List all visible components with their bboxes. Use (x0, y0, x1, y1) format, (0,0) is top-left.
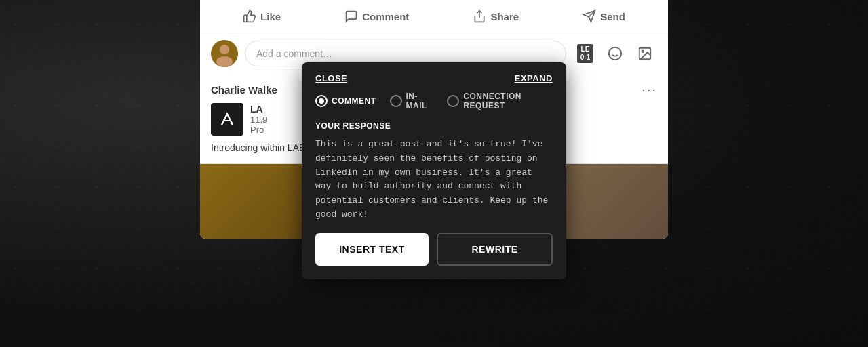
response-text: This is a great post and it's so true! I… (315, 138, 553, 222)
send-button[interactable]: Send (572, 3, 636, 30)
panel-buttons: INSERT TEXT REWRITE (302, 233, 566, 279)
response-section: YOUR RESPONSE This is a great post and i… (302, 121, 566, 233)
tab-connection[interactable]: CONNECTION REQUEST (447, 91, 553, 110)
like-icon (243, 9, 256, 23)
radio-tabs: COMMENT IN-MAIL CONNECTION REQUEST (302, 91, 566, 121)
radio-connection-circle (447, 95, 459, 107)
comment-icons: LE 0-1 (573, 41, 657, 66)
svg-point-3 (216, 56, 233, 67)
emoji-icon (608, 46, 623, 61)
like-button[interactable]: Like (232, 3, 292, 30)
tab-inmail[interactable]: IN-MAIL (390, 91, 434, 110)
share-button[interactable]: Share (462, 3, 530, 30)
comment-label: Comment (362, 11, 409, 22)
image-icon (637, 46, 652, 61)
tab-comment[interactable]: COMMENT (315, 91, 376, 110)
company-name: LA (250, 104, 267, 115)
user-avatar (211, 40, 238, 67)
send-label: Send (600, 11, 625, 22)
company-followers: 11,9 (250, 115, 267, 125)
panel-top-bar: CLOSE EXPAND (302, 62, 566, 91)
tab-connection-label: CONNECTION REQUEST (463, 91, 553, 110)
expand-link[interactable]: EXPAND (515, 73, 553, 83)
action-bar: Like Comment Share Send (200, 0, 668, 33)
emoji-button[interactable] (603, 41, 627, 66)
insert-text-button[interactable]: INSERT TEXT (315, 233, 429, 266)
image-button[interactable] (633, 41, 657, 66)
comment-icon (344, 9, 358, 23)
radio-inmail-circle (390, 95, 402, 107)
company-info: LA 11,9 Pro (250, 104, 267, 135)
post-author-name: Charlie Walke (211, 84, 277, 96)
response-label: YOUR RESPONSE (315, 121, 553, 131)
tab-comment-label: COMMENT (332, 96, 376, 106)
close-link[interactable]: CLOSE (315, 73, 347, 83)
more-options-button[interactable]: ··· (642, 82, 657, 98)
tab-inmail-label: IN-MAIL (406, 91, 434, 110)
company-logo (211, 103, 243, 136)
rewrite-button[interactable]: REWRITE (437, 233, 553, 266)
svg-point-4 (609, 47, 621, 60)
company-tagline: Pro (250, 125, 267, 135)
share-label: Share (490, 11, 519, 22)
like-label: Like (260, 11, 281, 22)
send-icon (583, 9, 596, 23)
radio-comment-circle (315, 95, 328, 107)
share-icon (473, 9, 486, 23)
le-badge-button[interactable]: LE 0-1 (573, 41, 597, 66)
svg-point-8 (642, 50, 644, 52)
comment-button[interactable]: Comment (334, 3, 420, 30)
comment-placeholder: Add a comment… (256, 48, 332, 59)
svg-point-2 (220, 45, 229, 54)
overlay-panel: CLOSE EXPAND COMMENT IN-MAIL CONNECTION … (302, 62, 566, 279)
